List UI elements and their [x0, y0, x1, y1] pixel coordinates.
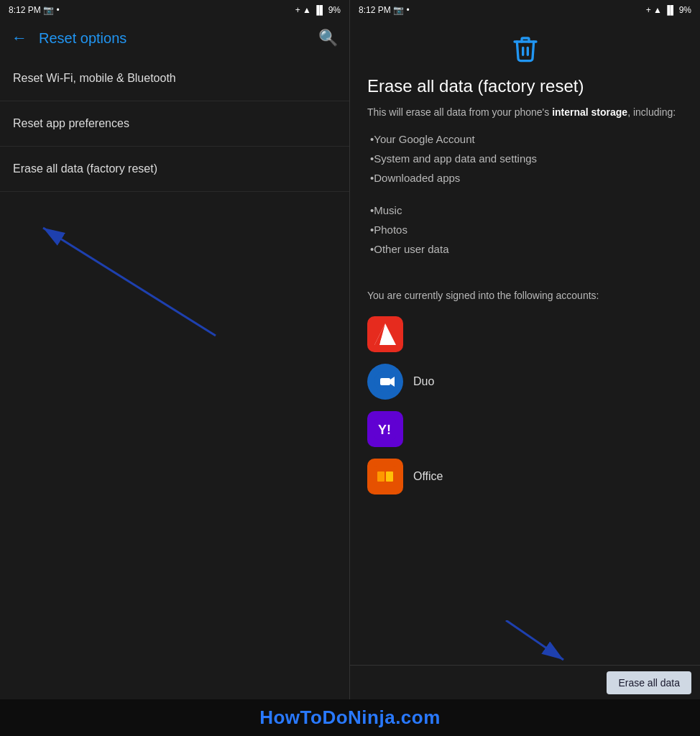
- right-time: 8:12 PM: [359, 5, 391, 15]
- bullet-music: •Music: [367, 204, 683, 216]
- right-battery: 9%: [679, 5, 691, 15]
- duo-label: Duo: [413, 375, 434, 388]
- erase-desc-text: This will erase all data from your phone…: [367, 106, 552, 118]
- right-dot: •: [406, 5, 409, 15]
- svg-rect-11: [377, 472, 384, 482]
- menu-item-factory-reset-label: Erase all data (factory reset): [13, 162, 157, 175]
- office-label: Office: [413, 470, 443, 483]
- menu-item-app-prefs-label: Reset app preferences: [13, 117, 129, 129]
- left-time: 8:12 PM: [9, 5, 41, 15]
- right-wifi-icon: ▲: [653, 5, 662, 15]
- erase-all-data-button[interactable]: Erase all data: [607, 671, 691, 694]
- left-bluetooth-icon: +: [295, 5, 303, 15]
- page-title: Reset options: [39, 30, 318, 47]
- bullet-apps: •Downloaded apps: [367, 172, 683, 184]
- account-row-office: Office: [367, 459, 683, 494]
- left-status-bar: 8:12 PM 📷 • + ▲ ▐▌ 9%: [0, 0, 349, 20]
- right-cam-icon: 📷: [393, 5, 404, 15]
- left-status-right: + ▲ ▐▌ 9%: [295, 5, 341, 15]
- signed-in-text: You are currently signed into the follow…: [367, 288, 683, 303]
- svg-line-1: [43, 228, 216, 336]
- right-content: Erase all data (factory reset) This will…: [350, 20, 700, 665]
- bullet-system: •System and app data and settings: [367, 152, 683, 165]
- svg-text:A: A: [380, 332, 387, 344]
- svg-rect-6: [380, 378, 390, 385]
- left-signal-icon: ▐▌: [313, 5, 326, 15]
- svg-rect-12: [386, 472, 393, 482]
- account-row-duo: Duo: [367, 364, 683, 400]
- left-wifi-icon: ▲: [303, 5, 311, 15]
- left-status-left: 8:12 PM 📷 •: [9, 5, 60, 15]
- back-button[interactable]: ←: [11, 29, 27, 47]
- erase-desc-end: , including:: [627, 106, 676, 118]
- bullet-google: •Your Google Account: [367, 133, 683, 145]
- bottom-bar: Erase all data: [350, 665, 700, 699]
- right-panel: 8:12 PM 📷 • + ▲ ▐▌ 9%: [350, 0, 700, 699]
- right-bluetooth-icon: +: [646, 5, 651, 15]
- right-status-bar: 8:12 PM 📷 • + ▲ ▐▌ 9%: [350, 0, 700, 20]
- account-row-yahoo: Y!: [367, 411, 683, 447]
- watermark-text: HowToDoNinja.com: [259, 707, 441, 728]
- erase-title: Erase all data (factory reset): [367, 76, 683, 96]
- account-row-adobe: A: [367, 316, 683, 352]
- menu-item-wifi[interactable]: Reset Wi-Fi, mobile & Bluetooth: [0, 56, 349, 101]
- svg-text:Y!: Y!: [378, 423, 391, 437]
- menu-item-app-prefs[interactable]: Reset app preferences: [0, 101, 349, 147]
- left-panel: 8:12 PM 📷 • + ▲ ▐▌ 9% ← Reset options 🔍 …: [0, 0, 350, 699]
- trash-icon: [367, 34, 683, 66]
- menu-item-wifi-label: Reset Wi-Fi, mobile & Bluetooth: [13, 72, 176, 84]
- watermark: HowToDoNinja.com: [0, 699, 700, 736]
- bullet-other: •Other user data: [367, 243, 683, 255]
- left-dot: •: [56, 5, 59, 15]
- right-signal-icon: ▐▌: [664, 5, 676, 15]
- search-icon[interactable]: 🔍: [318, 29, 338, 47]
- yahoo-icon: Y!: [367, 411, 403, 447]
- bullet-photos: •Photos: [367, 224, 683, 236]
- office-icon: [367, 459, 403, 494]
- adobe-icon: A: [367, 316, 403, 352]
- duo-icon: [367, 364, 403, 400]
- left-cam-icon: 📷: [43, 5, 54, 15]
- erase-description: This will erase all data from your phone…: [367, 105, 683, 120]
- left-battery: 9%: [328, 5, 341, 15]
- menu-item-factory-reset[interactable]: Erase all data (factory reset): [0, 147, 349, 192]
- left-arrow-area: [0, 192, 349, 699]
- left-toolbar: ← Reset options 🔍: [0, 20, 349, 56]
- right-status-right: + ▲ ▐▌ 9%: [646, 5, 691, 15]
- erase-desc-bold: internal storage: [552, 106, 627, 118]
- left-annotation-arrow: [0, 192, 349, 699]
- right-status-left: 8:12 PM 📷 •: [359, 5, 410, 15]
